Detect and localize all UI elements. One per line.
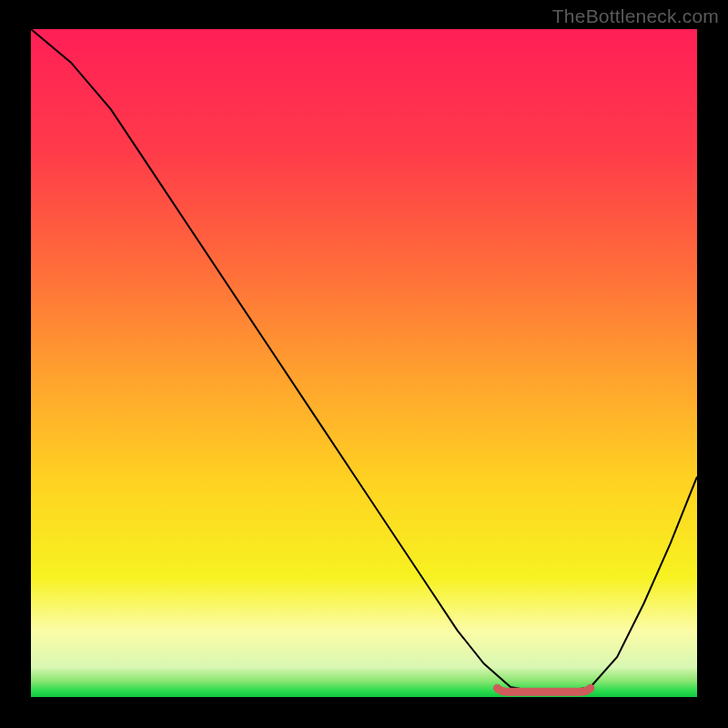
watermark-text: TheBottleneck.com: [552, 5, 719, 27]
optimum-range-marker: [497, 688, 590, 692]
chart-plot-area: [31, 29, 697, 697]
chart-svg: [31, 29, 697, 697]
chart-background-gradient: [31, 29, 697, 697]
